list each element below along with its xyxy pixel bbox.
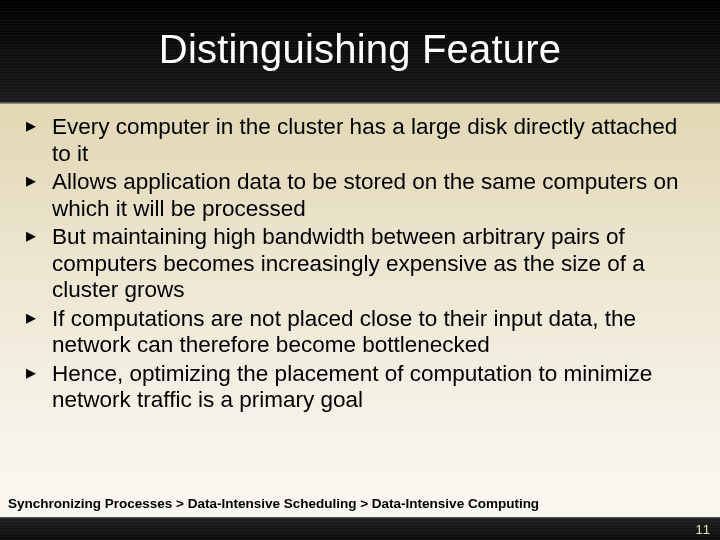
breadcrumb: Synchronizing Processes > Data-Intensive…: [0, 492, 720, 517]
slide-title: Distinguishing Feature: [159, 27, 561, 72]
list-item: Allows application data to be stored on …: [24, 169, 696, 222]
list-item: Hence, optimizing the placement of compu…: [24, 361, 696, 414]
slide: Distinguishing Feature Every computer in…: [0, 0, 720, 540]
footer-bar: 11: [0, 517, 720, 540]
slide-footer: Synchronizing Processes > Data-Intensive…: [0, 492, 720, 540]
bullet-list: Every computer in the cluster has a larg…: [24, 114, 696, 414]
slide-header: Distinguishing Feature: [0, 0, 720, 103]
slide-body: Every computer in the cluster has a larg…: [0, 103, 720, 540]
list-item: But maintaining high bandwidth between a…: [24, 224, 696, 304]
page-number: 11: [696, 522, 710, 537]
list-item: Every computer in the cluster has a larg…: [24, 114, 696, 167]
list-item: If computations are not placed close to …: [24, 306, 696, 359]
